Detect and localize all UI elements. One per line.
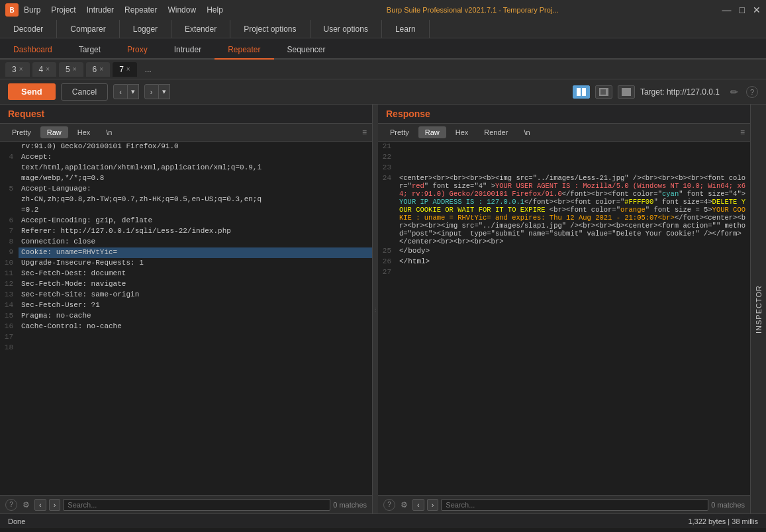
toolbar-user-options[interactable]: User options [311,20,382,38]
inspector-label: INSPECTOR [755,285,763,333]
nav-prev-button[interactable]: ‹ [113,84,128,99]
cancel-button[interactable]: Cancel [61,83,108,101]
tab-proxy[interactable]: Proxy [114,41,161,58]
request-line: zh-CN,zh;q=0.8,zh-TW;q=0.7,zh-HK;q=0.5,e… [0,195,372,205]
titlebar: B Burp Project Intruder Repeater Window … [0,0,766,20]
sub-tab-5[interactable]: 5 × [59,62,83,77]
response-search-gear-icon[interactable]: ⚙ [398,499,410,511]
response-search-next-button[interactable]: › [427,499,439,511]
help-icon[interactable]: ? [746,86,758,98]
request-line-cookie: 9 Cookie: uname=RHVtYic= [0,247,372,258]
menu-repeater[interactable]: Repeater [124,5,157,15]
sub-tab-3[interactable]: 3 × [5,62,30,77]
request-tab-newline[interactable]: \n [99,126,119,138]
request-search-prev-button[interactable]: ‹ [34,499,46,511]
line-number [0,163,19,173]
request-line: rv:91.0) Gecko/20100101 Firefox/91.0 [0,142,372,152]
line-content: Connection: close [19,237,372,247]
panel-drag-handle[interactable]: ⋮ [373,105,378,513]
toolbar-extender[interactable]: Extender [171,20,230,38]
close-tab-4[interactable]: × [46,66,50,73]
sub-tab-7[interactable]: 7 × [113,62,137,77]
response-tab-render[interactable]: Render [477,126,514,138]
line-content: Accept-Encoding: gzip, deflate [19,216,372,226]
menu-help[interactable]: Help [207,5,223,15]
close-tab-3[interactable]: × [19,66,23,73]
line-content: Cache-Control: no-cache [19,322,372,332]
response-title: Response [386,109,430,119]
sub-tab-6[interactable]: 6 × [86,62,111,77]
menu-intruder[interactable]: Intruder [87,5,114,15]
send-button[interactable]: Send [8,83,56,100]
toolbar-project-options[interactable]: Project options [230,20,310,38]
toolbar-logger[interactable]: Logger [120,20,171,38]
response-tab-hex[interactable]: Hex [449,126,475,138]
close-button[interactable]: ✕ [753,5,761,15]
response-line: 23 [378,163,750,173]
line-number: 23 [378,163,397,173]
inspector-sidebar[interactable]: INSPECTOR [750,105,766,513]
view-left-button[interactable] [595,85,612,99]
nav-next-dropdown[interactable]: ▾ [159,84,170,99]
view-right-button[interactable] [618,85,635,99]
sub-tab-4[interactable]: 4 × [32,62,57,77]
tab-dashboard[interactable]: Dashboard [0,41,66,58]
response-code-area[interactable]: 21 22 23 24 <center><br><br><br><b><img … [378,142,750,495]
response-tab-raw[interactable]: Raw [418,126,446,138]
close-tab-7[interactable]: × [126,66,130,73]
response-search-input[interactable] [441,499,708,511]
response-matches-text: 0 matches [711,501,745,509]
minimize-button[interactable]: — [722,5,732,15]
nav-prev-dropdown[interactable]: ▾ [128,84,139,99]
request-line: 8 Connection: close [0,237,372,247]
line-content: Sec-Fetch-Dest: document [19,269,372,279]
tab-sequencer[interactable]: Sequencer [274,41,339,58]
response-tab-pretty[interactable]: Pretty [383,126,416,138]
response-tab-newline[interactable]: \n [517,126,536,138]
tab-target[interactable]: Target [66,41,114,58]
request-search-help-icon[interactable]: ? [5,499,17,511]
line-number: 15 [0,311,19,322]
toolbar-comparer[interactable]: Comparer [57,20,119,38]
toolbar-learn[interactable]: Learn [382,20,430,38]
request-panel-tabs: Pretty Raw Hex \n ≡ [0,124,372,142]
response-line-24: 24 <center><br><br><br><b><img src="../i… [378,173,750,246]
request-line: 7 Referer: http://127.0.0.1/sqli/Less-22… [0,226,372,237]
tab-repeater[interactable]: Repeater [215,41,273,60]
menu-burp[interactable]: Burp [24,5,40,15]
line-content [19,343,372,353]
request-line: 16 Cache-Control: no-cache [0,322,372,332]
line-content: mage/webp,*/*;q=0.8 [19,173,372,184]
tab-intruder[interactable]: Intruder [161,41,215,58]
request-search-input[interactable] [63,499,330,511]
request-tab-pretty[interactable]: Pretty [5,126,38,138]
line-content: =0.2 [19,205,372,216]
response-tab-more[interactable]: ≡ [740,128,745,137]
request-search-gear-icon[interactable]: ⚙ [20,499,32,511]
line-number: 12 [0,279,19,290]
toolbar: Decoder Comparer Logger Extender Project… [0,20,766,38]
view-split-button[interactable] [573,85,590,99]
menu-window[interactable]: Window [168,5,196,15]
close-tab-5[interactable]: × [73,66,77,73]
toolbar-decoder[interactable]: Decoder [0,20,57,38]
response-line: 27 [378,267,750,278]
line-number: 27 [378,267,397,278]
sub-tab-more[interactable]: ... [140,62,157,77]
close-tab-6[interactable]: × [99,66,103,73]
response-search-prev-button[interactable]: ‹ [412,499,424,511]
request-tab-hex[interactable]: Hex [71,126,97,138]
line-number: 26 [378,257,397,267]
menu-project[interactable]: Project [51,5,75,15]
maximize-button[interactable]: □ [740,5,745,15]
request-code-area[interactable]: rv:91.0) Gecko/20100101 Firefox/91.0 4 A… [0,142,372,495]
request-tab-more[interactable]: ≡ [362,128,367,137]
edit-target-icon[interactable]: ✏ [730,87,738,97]
nav-next-button[interactable]: › [144,84,159,99]
request-panel-header: Request [0,105,372,124]
request-search-next-button[interactable]: › [49,499,61,511]
status-bytes: 1,322 bytes | 38 millis [688,517,758,525]
line-content [397,163,750,173]
request-tab-raw[interactable]: Raw [40,126,68,138]
response-search-help-icon[interactable]: ? [383,499,395,511]
